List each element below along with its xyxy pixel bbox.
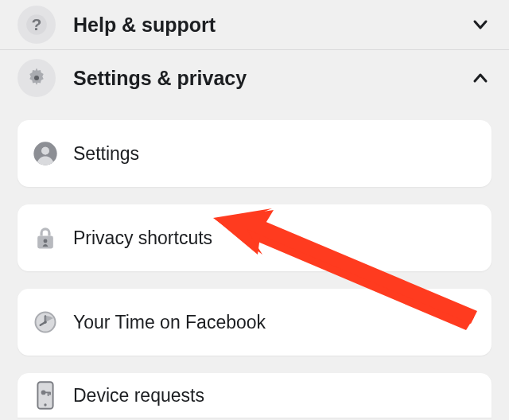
menu-row-label: Settings & privacy (73, 67, 469, 90)
menu-row-settings-privacy[interactable]: Settings & privacy (0, 50, 509, 106)
clock-icon (32, 309, 59, 336)
phone-key-icon (32, 382, 59, 409)
card-label: Your Time on Facebook (73, 312, 266, 333)
lock-icon (32, 224, 59, 251)
svg-point-10 (44, 239, 48, 243)
menu-row-help[interactable]: ? Help & support (0, 0, 509, 49)
settings-card-list: Settings Privacy shortcuts Your Time on … (0, 106, 509, 418)
settings-card-settings[interactable]: Settings (17, 120, 492, 187)
card-label: Settings (73, 143, 139, 165)
svg-text:?: ? (32, 15, 42, 33)
gear-icon (17, 59, 56, 97)
settings-card-privacy-shortcuts[interactable]: Privacy shortcuts (17, 204, 492, 271)
settings-card-your-time[interactable]: Your Time on Facebook (17, 289, 492, 356)
person-circle-icon (32, 140, 59, 167)
menu-row-label: Help & support (73, 14, 469, 37)
svg-point-14 (44, 403, 46, 406)
svg-point-12 (44, 321, 47, 324)
settings-card-device-requests[interactable]: Device requests (17, 373, 492, 418)
chevron-up-icon (469, 67, 492, 89)
svg-point-8 (41, 147, 49, 155)
card-label: Privacy shortcuts (73, 228, 212, 249)
card-label: Device requests (73, 385, 204, 406)
svg-point-3 (34, 76, 39, 80)
question-mark-icon: ? (17, 6, 56, 44)
chevron-down-icon (469, 14, 492, 36)
